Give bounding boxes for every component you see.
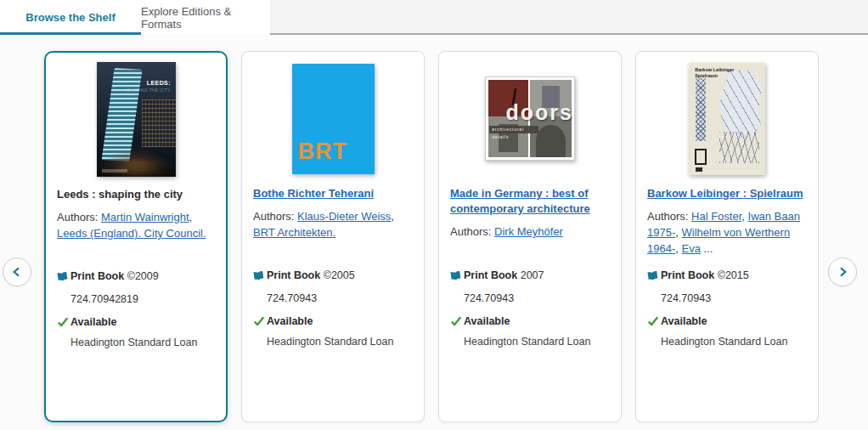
availability-row: Available: [450, 314, 610, 329]
format-row: Print Book 2007: [450, 268, 610, 283]
author-link[interactable]: Eva: [681, 242, 700, 255]
loan-policy: Headington Standard Loan: [450, 334, 610, 349]
book-meta: Print Book ©2005 724.70943 Available Hea…: [242, 268, 424, 349]
format-text: Print Book ©2005: [267, 268, 355, 283]
book-card-leeds[interactable]: LEEDS: SHAPING THE CITY Leeds : shaping …: [44, 51, 228, 422]
cover-title-line2: Spielraum: [695, 73, 734, 79]
format-label: Print Book: [464, 269, 517, 281]
authors-label: Authors:: [57, 211, 101, 223]
book-title: Made in Germany : best of contemporary a…: [450, 186, 610, 217]
cover-title-text: BRT: [298, 140, 348, 163]
book-cover-link[interactable]: doors architectural details: [439, 52, 621, 179]
book-title: Barkow Leibinger : Spielraum: [647, 186, 807, 201]
format-year: ©2015: [718, 269, 749, 281]
authors-line: Authors: Dirk Meyhöfer: [450, 223, 610, 240]
call-number: 724.70942819: [57, 291, 215, 307]
shelf-tabs-header: Browse the Shelf Explore Editions & Form…: [0, 0, 868, 35]
availability-status: Available: [464, 314, 510, 329]
book-cover-image-doors: doors architectural details: [485, 76, 575, 161]
cover-title-line1: Barkow Leibinger: [695, 67, 734, 73]
print-book-icon: [253, 270, 267, 281]
book-info: Leeds : shaping the city Authors: Martin…: [46, 180, 226, 262]
tab-browse-the-shelf[interactable]: Browse the Shelf: [0, 0, 141, 35]
author-separator: ,: [189, 211, 193, 223]
author-link[interactable]: Hal Foster: [691, 210, 741, 223]
authors-line: Authors: Martin Wainwright, Leeds (Engla…: [57, 209, 215, 241]
format-label: Print Book: [70, 270, 124, 282]
book-title-link[interactable]: Barkow Leibinger : Spielraum: [647, 187, 803, 200]
format-row: Print Book ©2009: [57, 269, 215, 284]
author-link[interactable]: Leeds (England). City Council.: [57, 227, 206, 240]
cover-publisher-strip: [102, 169, 127, 173]
book-info: Barkow Leibinger : Spielraum Authors: Ha…: [636, 179, 818, 261]
book-info: Bothe Richter Teherani Authors: Klaus-Di…: [242, 179, 424, 261]
book-title-link[interactable]: Bothe Richter Teherani: [253, 187, 374, 200]
availability-row: Available: [253, 314, 413, 329]
cover-title-line1: LEEDS:: [147, 80, 171, 86]
authors-label: Authors:: [647, 210, 691, 223]
author-link[interactable]: Dirk Meyhöfer: [494, 225, 563, 238]
book-cover-image-brt: BRT: [292, 64, 375, 174]
author-separator: ,: [391, 210, 394, 223]
carousel-next-button[interactable]: [828, 257, 857, 286]
call-number: 724.70943: [647, 291, 807, 306]
book-title-link[interactable]: Made in Germany : best of contemporary a…: [450, 187, 590, 215]
authors-label: Authors:: [253, 210, 297, 223]
book-title: Leeds : shaping the city: [57, 187, 215, 202]
cover-publisher-mark: [696, 167, 702, 172]
author-separator: ,: [741, 210, 747, 223]
format-year: ©2009: [127, 270, 159, 282]
book-cover-link[interactable]: BRT: [242, 52, 424, 179]
book-meta: Print Book 2007 724.70943 Available Head…: [439, 268, 621, 349]
availability-status: Available: [661, 314, 707, 329]
format-year: 2007: [521, 269, 544, 281]
cover-subtitle-text: architectural details: [489, 126, 538, 133]
book-card-barkow-leibinger[interactable]: Barkow Leibinger Spielraum Barkow Leibin…: [635, 51, 819, 422]
book-meta: Print Book ©2009 724.70942819 Available …: [46, 269, 226, 350]
book-info: Made in Germany : best of contemporary a…: [439, 179, 621, 261]
cover-title-text: Barkow Leibinger Spielraum: [695, 67, 734, 80]
book-card-made-in-germany[interactable]: doors architectural details Made in Germ…: [438, 51, 622, 422]
book-cover-link[interactable]: LEEDS: SHAPING THE CITY: [46, 53, 226, 180]
cover-art-lattice-tower: [696, 78, 706, 141]
author-link[interactable]: BRT Architekten.: [253, 226, 335, 239]
available-check-icon: [647, 315, 661, 327]
cover-art-square: [695, 149, 707, 165]
format-year: ©2005: [324, 269, 355, 281]
format-label: Print Book: [661, 269, 714, 281]
availability-status: Available: [70, 314, 116, 330]
authors-line: Authors: Hal Foster, Iwan Baan 1975-, Wi…: [647, 208, 807, 257]
availability-row: Available: [57, 314, 215, 330]
format-text: Print Book 2007: [464, 268, 544, 283]
tab-explore-editions-formats[interactable]: Explore Editions & Formats: [141, 0, 270, 35]
loan-policy: Headington Standard Loan: [253, 334, 413, 349]
tab-bar: Browse the Shelf Explore Editions & Form…: [0, 0, 270, 35]
authors-line: Authors: Klaus-Dieter Weiss, BRT Archite…: [253, 208, 413, 240]
card-row: LEEDS: SHAPING THE CITY Leeds : shaping …: [44, 51, 819, 422]
cover-title-text: doors: [502, 102, 573, 123]
author-link[interactable]: Klaus-Dieter Weiss: [297, 210, 391, 223]
chevron-right-icon: [836, 265, 849, 279]
print-book-icon: [450, 270, 464, 281]
print-book-icon: [647, 270, 661, 281]
authors-label: Authors:: [450, 225, 494, 238]
format-text: Print Book ©2009: [70, 269, 159, 284]
format-text: Print Book ©2015: [661, 268, 749, 283]
cover-title-text: LEEDS: SHAPING THE CITY: [127, 79, 171, 93]
book-cover-link[interactable]: Barkow Leibinger Spielraum: [636, 52, 818, 179]
chevron-left-icon: [10, 265, 24, 279]
cover-art-lattice-structure: [716, 69, 762, 139]
book-meta: Print Book ©2015 724.70943 Available Hea…: [636, 268, 818, 349]
availability-row: Available: [647, 314, 807, 329]
book-cover-image-barkow: Barkow Leibinger Spielraum: [689, 63, 765, 175]
author-link[interactable]: Martin Wainwright: [101, 211, 189, 223]
book-card-bothe-richter-teherani[interactable]: BRT Bothe Richter Teherani Authors: Klau…: [241, 51, 425, 422]
format-row: Print Book ©2015: [647, 268, 807, 283]
carousel-prev-button[interactable]: [3, 257, 31, 286]
available-check-icon: [450, 315, 464, 327]
book-cover-image-leeds: LEEDS: SHAPING THE CITY: [97, 62, 176, 177]
print-book-icon: [57, 271, 70, 282]
shelf-carousel: LEEDS: SHAPING THE CITY Leeds : shaping …: [0, 35, 868, 430]
cover-title-line2: SHAPING THE CITY: [127, 88, 171, 93]
author-separator: ...: [701, 242, 713, 255]
